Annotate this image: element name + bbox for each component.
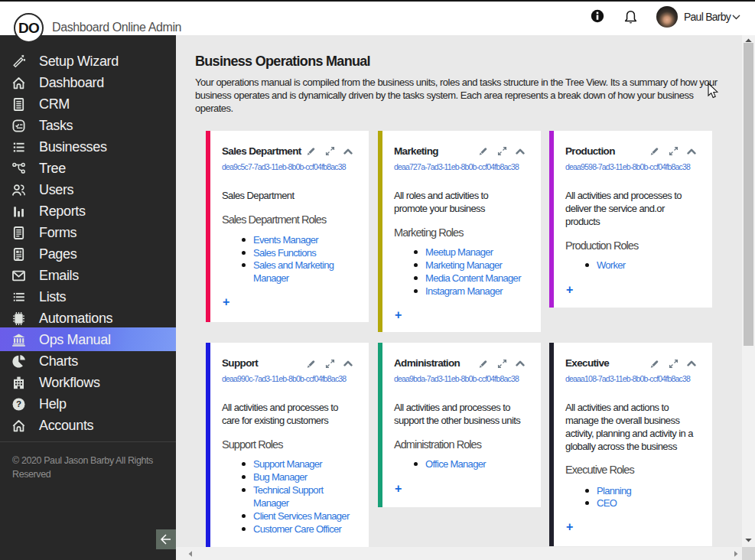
svg-text:?: ? — [16, 399, 21, 409]
